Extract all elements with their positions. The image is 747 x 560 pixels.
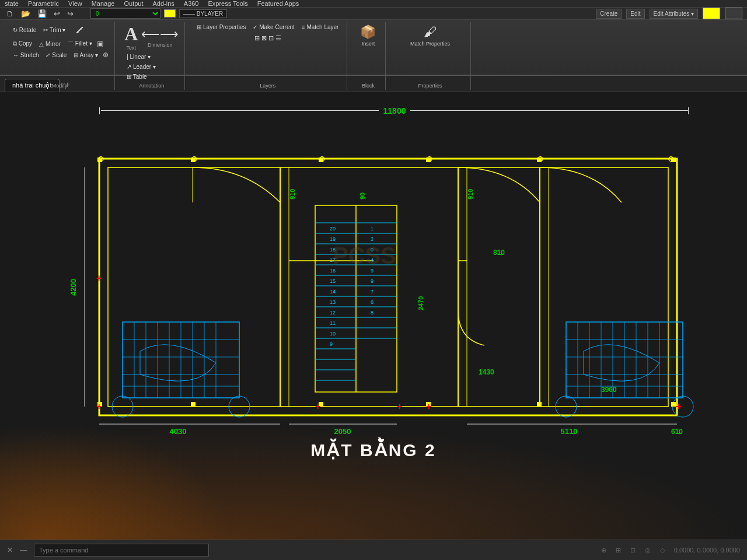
menu-output[interactable]: Output <box>124 0 143 7</box>
svg-text:9: 9 <box>330 341 333 347</box>
ortho-indicator[interactable]: ⊡ <box>630 547 636 554</box>
modify-mid-row: ⧉ Copy △ Mirror ⌒ Fillet ▾ ▣ <box>11 39 109 48</box>
svg-text:4200: 4200 <box>69 279 78 296</box>
ribbon: state Parametric View Manage Output Add-… <box>0 0 747 76</box>
dim-tick-right <box>688 107 689 114</box>
mirror-btn[interactable]: △ Mirror <box>37 40 63 48</box>
close-icon[interactable]: ✕ <box>7 546 13 554</box>
svg-text:MẶT BẰNG 2: MẶT BẰNG 2 <box>310 437 436 460</box>
stretch-btn[interactable]: ↔ Stretch <box>11 51 41 59</box>
svg-rect-110 <box>671 402 676 407</box>
coords-display: 0.0000, 0.0000, 0.0000 <box>674 547 740 554</box>
modify-label: Modify <box>52 83 68 89</box>
svg-text:12: 12 <box>330 310 336 316</box>
svg-text:2: 2 <box>371 236 374 242</box>
color-swatch[interactable] <box>164 9 176 18</box>
svg-rect-100 <box>191 158 196 162</box>
menu-parametric[interactable]: Parametric <box>28 0 59 7</box>
qa-open[interactable]: 📂 <box>19 9 32 19</box>
properties-label: Properties <box>418 83 442 89</box>
leader-btn[interactable]: ↗ Leader ▾ <box>124 63 158 71</box>
svg-text:20: 20 <box>330 226 336 232</box>
fillet-icon2: ▣ <box>97 40 103 48</box>
menu-featured[interactable]: Featured Apps <box>257 0 299 7</box>
qa-new[interactable]: 🗋 <box>5 9 16 19</box>
svg-rect-101 <box>319 158 323 162</box>
svg-text:+: + <box>426 401 431 411</box>
menu-state[interactable]: state <box>5 0 19 7</box>
ribbon-group-annotation: A Text ⟵⟶ Dimension | Linear ▾ ↗ Leader … <box>118 22 185 90</box>
svg-text:9: 9 <box>371 278 374 284</box>
match-layer-btn[interactable]: ≡ Match Layer <box>299 23 341 31</box>
stretch-icon[interactable]: ⟋ <box>74 23 85 37</box>
insert-btn[interactable]: 📦 Insert <box>358 23 378 48</box>
svg-rect-103 <box>537 158 542 162</box>
linear-btn[interactable]: | Linear ▾ <box>124 53 153 61</box>
dim-total-width: 11800 <box>379 106 411 116</box>
menu-view[interactable]: View <box>68 0 82 7</box>
scale-btn[interactable]: ⤢ Scale <box>43 51 69 59</box>
fillet-btn[interactable]: ⌒ Fillet ▾ <box>65 39 95 48</box>
menu-express[interactable]: Express Tools <box>208 0 248 7</box>
copy-btn[interactable]: ⧉ Copy <box>11 40 34 48</box>
layer-icon4[interactable]: ☰ <box>275 34 281 42</box>
rotate-btn[interactable]: ↻ Rotate <box>11 26 39 34</box>
dimension-btn-large[interactable]: ⟵⟶ Dimension <box>141 27 179 48</box>
svg-text:+: + <box>676 401 681 411</box>
layer-icon3[interactable]: ⊡ <box>268 34 274 42</box>
qa-undo[interactable]: ↩ <box>52 9 62 19</box>
menu-manage[interactable]: Manage <box>92 0 115 7</box>
menu-a360[interactable]: A360 <box>184 0 199 7</box>
command-input[interactable] <box>34 544 209 556</box>
dim-tick-left <box>99 107 100 114</box>
edit-button[interactable]: Edit <box>626 9 644 19</box>
layer-icon1[interactable]: ⊞ <box>254 34 260 42</box>
array-btn[interactable]: ⊞ Array ▾ <box>71 51 100 59</box>
svg-text:90: 90 <box>359 192 366 199</box>
svg-text:4030: 4030 <box>170 427 187 436</box>
snap-indicator[interactable]: ⊕ <box>601 547 606 554</box>
polar-indicator[interactable]: ◎ <box>645 547 651 554</box>
match-props-btn[interactable]: 🖌 Match Properties <box>408 23 452 48</box>
osnap-indicator[interactable]: ◇ <box>660 547 665 554</box>
array-icon2: ⊕ <box>103 51 109 59</box>
svg-rect-1 <box>108 167 668 407</box>
ribbon-group-modify: ↻ Rotate ✂ Trim ▾ ⟋ ⧉ Copy △ Mirror ⌒ Fi… <box>5 22 115 90</box>
svg-rect-99 <box>97 158 102 162</box>
svg-text:15: 15 <box>330 278 336 284</box>
linetype-display: —— BYLAYER <box>179 9 227 18</box>
trim-btn[interactable]: ✂ Trim ▾ <box>41 26 68 34</box>
svg-text:19: 19 <box>330 236 336 242</box>
dim-line-top <box>101 110 379 111</box>
qa-redo[interactable]: ↪ <box>65 9 75 19</box>
svg-text:5110: 5110 <box>561 427 578 436</box>
svg-rect-104 <box>671 158 676 162</box>
edit-attributes-button[interactable]: Edit Attributes ▾ <box>650 9 698 19</box>
create-button[interactable]: Create <box>596 9 622 19</box>
annotation-label: Annotation <box>139 83 164 89</box>
svg-text:+: + <box>315 401 320 411</box>
table-btn[interactable]: ⊞ Table <box>124 73 149 80</box>
menu-bar: state Parametric View Manage Output Add-… <box>0 0 747 8</box>
svg-text:16: 16 <box>330 268 336 274</box>
svg-text:+: + <box>96 401 102 411</box>
svg-text:11: 11 <box>330 320 336 326</box>
color-block-yellow <box>703 8 720 19</box>
modify-top-row: ↻ Rotate ✂ Trim ▾ ⟋ <box>11 23 109 37</box>
svg-text:2050: 2050 <box>334 427 351 436</box>
modify-bot-row: ↔ Stretch ⤢ Scale ⊞ Array ▾ ⊕ <box>11 51 109 59</box>
layer-icon2[interactable]: ⊠ <box>261 34 267 42</box>
text-btn-large[interactable]: A Text <box>124 23 138 51</box>
canvas-area[interactable]: 11800 <box>0 92 747 540</box>
svg-text:8: 8 <box>371 310 374 316</box>
layer-select[interactable]: 0 <box>90 8 160 19</box>
layer-props-btn[interactable]: ⊞ Layer Properties <box>194 23 248 31</box>
minimize-icon[interactable]: — <box>20 546 27 554</box>
menu-addins[interactable]: Add-ins <box>153 0 174 7</box>
floorplan-svg: 20 19 18 17 16 15 14 13 12 11 10 9 1 2 0… <box>53 127 694 477</box>
qa-save[interactable]: 💾 <box>36 9 48 19</box>
svg-text:10: 10 <box>330 331 336 337</box>
make-current-btn[interactable]: ✓ Make Current <box>250 23 296 31</box>
status-bar: ✕ — ⊕ ⊞ ⊡ ◎ ◇ 0.0000, 0.0000, 0.0000 <box>0 540 747 560</box>
grid-indicator[interactable]: ⊞ <box>616 547 621 554</box>
